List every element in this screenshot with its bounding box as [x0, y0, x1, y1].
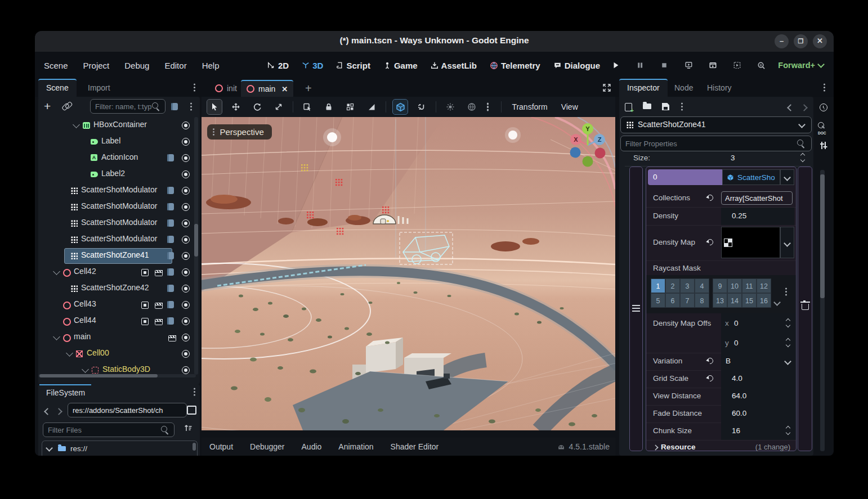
- mask-cell[interactable]: 8: [695, 293, 709, 308]
- tab-node[interactable]: Node: [666, 79, 701, 97]
- size-spinner[interactable]: [800, 154, 806, 161]
- script-icon[interactable]: [168, 187, 174, 194]
- profiler-button[interactable]: [754, 58, 768, 73]
- script-icon[interactable]: [168, 317, 174, 325]
- mask-cell[interactable]: 1: [651, 278, 665, 293]
- bottom-tab-output[interactable]: Output: [209, 442, 233, 451]
- revert-icon[interactable]: [706, 374, 714, 383]
- mask-cell[interactable]: 3: [680, 278, 695, 293]
- density-map-preview[interactable]: [721, 227, 780, 258]
- switch-3d[interactable]: 3D: [302, 61, 323, 70]
- offset-x-value[interactable]: 0: [734, 319, 739, 327]
- scene-tree-menu-icon[interactable]: [190, 106, 192, 107]
- stop-button[interactable]: [657, 58, 672, 73]
- close-button[interactable]: ✕: [813, 34, 827, 48]
- grid-scale-value[interactable]: 4.0: [732, 374, 742, 383]
- menu-scene[interactable]: Scene: [44, 61, 68, 70]
- maximize-button[interactable]: ❐: [794, 34, 808, 48]
- revert-icon[interactable]: [706, 194, 714, 202]
- mask-cell[interactable]: 2: [665, 278, 680, 293]
- collections-value[interactable]: Array[ScatterShot: [721, 191, 793, 205]
- pause-button[interactable]: [633, 58, 647, 73]
- script-icon[interactable]: [168, 219, 174, 227]
- tab-inspector[interactable]: Inspector: [619, 79, 668, 98]
- node-selector[interactable]: ScatterShotZone41: [620, 116, 812, 133]
- script-icon[interactable]: [168, 252, 174, 259]
- rotate-tool[interactable]: [250, 100, 265, 114]
- movie-frame-button[interactable]: [730, 58, 744, 73]
- play-button[interactable]: [609, 58, 623, 73]
- scale-tool[interactable]: [271, 100, 286, 114]
- tree-row-selected[interactable]: ScatterShotZone41: [38, 248, 200, 264]
- visibility-icon[interactable]: [182, 154, 190, 162]
- density-value[interactable]: 0.25: [732, 212, 746, 220]
- tab-scene-dock[interactable]: Scene: [38, 79, 77, 98]
- fs-forward-icon[interactable]: [55, 408, 62, 415]
- switch-game[interactable]: Game: [383, 61, 418, 70]
- revert-icon[interactable]: [706, 357, 714, 365]
- script-icon[interactable]: [168, 236, 174, 243]
- tree-vscrollbar[interactable]: [194, 117, 198, 375]
- new-scene-tab-button[interactable]: +: [299, 80, 317, 97]
- viewport-menu-icon[interactable]: [487, 106, 489, 107]
- select-tool[interactable]: [207, 100, 222, 114]
- bottom-tab-animation[interactable]: Animation: [338, 442, 373, 451]
- move-tool[interactable]: [229, 100, 243, 114]
- instance-icon[interactable]: [141, 318, 149, 325]
- visibility-icon[interactable]: [182, 203, 190, 211]
- mask-cell[interactable]: 4: [695, 278, 709, 293]
- visibility-icon[interactable]: [182, 285, 190, 293]
- offset-y-spinner[interactable]: [786, 339, 791, 347]
- offset-x-spinner[interactable]: [786, 319, 791, 327]
- visibility-icon[interactable]: [182, 350, 190, 358]
- switch-script[interactable]: Script: [336, 61, 370, 70]
- offset-y-value[interactable]: 0: [734, 339, 739, 347]
- renderer-selector[interactable]: Forward+: [778, 61, 824, 70]
- scene-tab-main[interactable]: main✕: [241, 80, 293, 97]
- open-docs-icon[interactable]: DOC: [818, 120, 826, 135]
- instance-icon[interactable]: [141, 269, 149, 276]
- visibility-icon[interactable]: [182, 366, 190, 374]
- history-back-icon[interactable]: [787, 104, 794, 111]
- sun-settings-icon[interactable]: [443, 100, 458, 114]
- mask-cell[interactable]: 16: [757, 293, 771, 308]
- bottom-tab-shader-editor[interactable]: Shader Editor: [391, 442, 439, 451]
- environment-settings-icon[interactable]: [464, 100, 479, 114]
- axis-gizmo[interactable]: Y X Z: [567, 120, 612, 170]
- local-snap-icon[interactable]: [414, 100, 429, 114]
- property-tools-icon[interactable]: [820, 142, 827, 149]
- mask-cell[interactable]: 5: [651, 293, 665, 308]
- visibility-icon[interactable]: [182, 252, 190, 260]
- visibility-icon[interactable]: [182, 187, 190, 195]
- menu-editor[interactable]: Editor: [164, 61, 186, 70]
- script-icon[interactable]: [168, 285, 174, 292]
- filesystem-menu-icon[interactable]: [194, 391, 195, 393]
- mask-cell[interactable]: 11: [742, 278, 757, 293]
- lock-tool[interactable]: [321, 100, 336, 114]
- fs-root-item[interactable]: res://: [70, 444, 87, 453]
- history-icon[interactable]: [820, 104, 827, 111]
- filesystem-tab[interactable]: FileSystem: [46, 388, 85, 397]
- script-icon[interactable]: [168, 154, 174, 161]
- visibility-icon[interactable]: [182, 219, 190, 227]
- switch-2d[interactable]: 2D: [267, 61, 289, 70]
- revert-icon[interactable]: [706, 238, 714, 246]
- visibility-icon[interactable]: [182, 138, 190, 146]
- visibility-icon[interactable]: [182, 236, 190, 244]
- add-node-button[interactable]: +: [44, 101, 51, 112]
- script-icon[interactable]: [168, 301, 174, 308]
- bottom-tab-audio[interactable]: Audio: [302, 442, 322, 451]
- tab-history[interactable]: History: [699, 79, 740, 97]
- switch-dialogue[interactable]: Dialogue: [553, 61, 600, 70]
- group-tool[interactable]: [343, 100, 357, 114]
- mask-expand-icon[interactable]: [773, 299, 781, 306]
- save-resource-button[interactable]: [662, 103, 669, 110]
- snap-toggle[interactable]: [393, 100, 408, 114]
- mask-cell[interactable]: 10: [727, 278, 742, 293]
- visibility-icon[interactable]: [182, 301, 190, 309]
- variation-value[interactable]: B: [726, 357, 731, 365]
- fs-sort-icon[interactable]: [184, 424, 193, 435]
- drag-handle-icon[interactable]: [632, 305, 640, 306]
- density-map-dropdown[interactable]: [780, 227, 794, 258]
- fs-back-icon[interactable]: [44, 408, 51, 415]
